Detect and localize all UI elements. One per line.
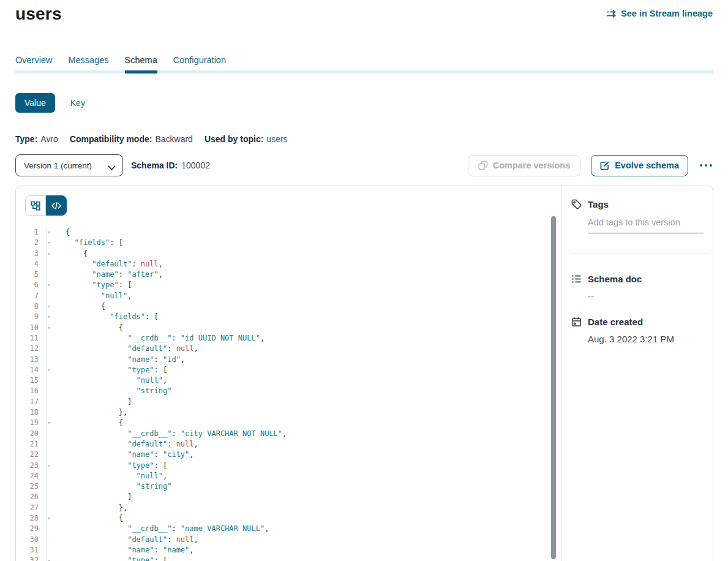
code-line-text[interactable]: "fields": [ [47, 312, 159, 322]
version-select[interactable]: Version 1 (current) [15, 154, 123, 176]
code-line: 12 "default": null, [16, 344, 561, 354]
copy-versions-icon [478, 160, 488, 170]
date-created-section-header: Date created [571, 317, 703, 327]
fold-toggle-icon[interactable]: ▾ [45, 323, 53, 333]
code-line-text[interactable]: "string" [47, 481, 171, 492]
fold-toggle-icon[interactable]: ▾ [45, 249, 53, 258]
code-line-text[interactable]: ] [47, 492, 132, 502]
used-by-topic-link[interactable]: users [266, 134, 287, 144]
code-line-text[interactable]: "name": "city", [47, 450, 194, 460]
line-number: 24 [30, 472, 39, 480]
code-line-text[interactable]: "name": "name", [47, 545, 194, 555]
line-number: 14 [30, 366, 39, 374]
editor-scrollbar[interactable] [551, 216, 556, 559]
schema-card: 1▾{2▾ "fields": [3▾ {4 "default": null,5… [15, 186, 713, 561]
line-number: 22 [30, 450, 39, 459]
key-schema-button[interactable]: Key [70, 98, 85, 108]
code-line-text[interactable]: "type": [ [47, 461, 167, 471]
fold-toggle-icon[interactable]: ▾ [45, 461, 53, 470]
code-line: 26 ] [16, 492, 561, 502]
code-line: 23▾ "type": [ [16, 461, 561, 471]
line-number: 25 [30, 482, 39, 491]
code-line-text[interactable]: "type": [ [47, 365, 167, 375]
line-number: 1 [34, 228, 39, 236]
code-line-text[interactable]: "type": [ [47, 555, 167, 561]
tab-bar: Overview Messages Schema Configuration [15, 55, 226, 67]
code-line-text[interactable]: "default": null, [47, 344, 198, 354]
value-key-toggle: Value Key [15, 93, 85, 113]
fold-toggle-icon[interactable]: ▾ [45, 514, 53, 523]
code-line-text[interactable]: "fields": [ [47, 238, 123, 248]
line-number: 29 [30, 524, 39, 533]
code-line-text[interactable]: { [47, 323, 123, 333]
line-number: 17 [30, 397, 39, 406]
editor-view-toggle [25, 195, 67, 216]
code-line: 24 "null", [16, 471, 561, 481]
tags-title: Tags [588, 199, 609, 209]
line-number: 11 [30, 334, 39, 342]
line-number: 12 [30, 344, 39, 353]
code-line-text[interactable]: ] [47, 397, 132, 407]
fold-toggle-icon[interactable]: ▾ [45, 302, 53, 311]
code-line-text[interactable]: "default": null, [47, 535, 198, 545]
tab-overview[interactable]: Overview [15, 55, 52, 67]
line-number: 7 [34, 292, 39, 300]
tree-view-icon [31, 201, 40, 211]
schema-doc-section-header: Schema doc [571, 274, 703, 284]
value-schema-button[interactable]: Value [15, 93, 55, 113]
date-created-value: Aug. 3 2022 3:21 PM [588, 334, 703, 344]
code-line: 22 "name": "city", [16, 450, 561, 460]
code-view-button[interactable] [46, 195, 67, 216]
code-line-text[interactable]: "default": null, [47, 439, 198, 450]
code-line-text[interactable]: "name": "id", [47, 355, 185, 365]
fold-toggle-icon[interactable]: ▾ [45, 238, 53, 247]
stream-lineage-link[interactable]: See in Stream lineage [606, 9, 713, 18]
code-line-text[interactable]: "__crdb__": "id UUID NOT NULL", [47, 333, 265, 344]
calendar-plus-icon [571, 317, 582, 327]
code-line-text[interactable]: "__crdb__": "name VARCHAR NULL", [47, 524, 269, 534]
fold-toggle-icon[interactable]: ▾ [45, 556, 53, 561]
tree-view-button[interactable] [25, 195, 46, 216]
tab-schema[interactable]: Schema [125, 55, 157, 67]
code-line-text[interactable]: { [47, 513, 123, 524]
code-line-text[interactable]: "default": null, [47, 259, 163, 269]
code-line-text[interactable]: { [47, 418, 123, 428]
compare-versions-button[interactable]: Compare versions [468, 155, 581, 176]
fold-toggle-icon[interactable]: ▾ [45, 366, 53, 375]
tab-messages[interactable]: Messages [68, 55, 108, 67]
code-line-text[interactable]: "string" [47, 386, 171, 396]
fold-toggle-icon[interactable]: ▾ [45, 228, 53, 237]
line-number: 9 [34, 312, 39, 321]
tab-underline-track [15, 70, 713, 73]
line-number: 3 [34, 249, 39, 258]
schema-editor-pane: 1▾{2▾ "fields": [3▾ {4 "default": null,5… [16, 186, 561, 561]
compatibility-value: Backward [155, 134, 192, 144]
tags-input[interactable] [588, 217, 703, 233]
fold-toggle-icon[interactable]: ▾ [45, 418, 53, 427]
page-title: users [15, 4, 62, 24]
tab-configuration[interactable]: Configuration [173, 55, 226, 67]
line-number: 32 [30, 556, 39, 561]
code-line-text[interactable]: "null", [47, 471, 167, 481]
code-line-text[interactable]: "null", [47, 291, 132, 301]
code-line: 6▾ "type": [ [16, 280, 561, 290]
code-line-text[interactable]: "null", [47, 375, 167, 386]
code-line-text[interactable]: }, [47, 407, 127, 418]
code-line: 31 "name": "name", [16, 545, 561, 555]
evolve-schema-button[interactable]: Evolve schema [591, 155, 688, 176]
line-number: 18 [30, 408, 39, 416]
code-line-text[interactable]: "type": [ [47, 280, 132, 290]
date-created-title: Date created [588, 317, 643, 327]
code-line-text[interactable]: "__crdb__": "city VARCHAR NOT NULL", [47, 429, 287, 439]
more-options-button[interactable] [699, 160, 713, 170]
line-number: 28 [30, 514, 39, 522]
code-line-text[interactable]: "name": "after", [47, 269, 163, 280]
line-number: 31 [30, 546, 39, 554]
code-line: 7 "null", [16, 291, 561, 301]
fold-toggle-icon[interactable]: ▾ [45, 280, 53, 290]
code-line: 8▾ { [16, 301, 561, 312]
fold-toggle-icon[interactable]: ▾ [45, 312, 53, 322]
code-line-text[interactable]: }, [47, 503, 127, 513]
code-line: 15 "null", [16, 375, 561, 386]
code-line-text[interactable]: { [47, 301, 105, 312]
